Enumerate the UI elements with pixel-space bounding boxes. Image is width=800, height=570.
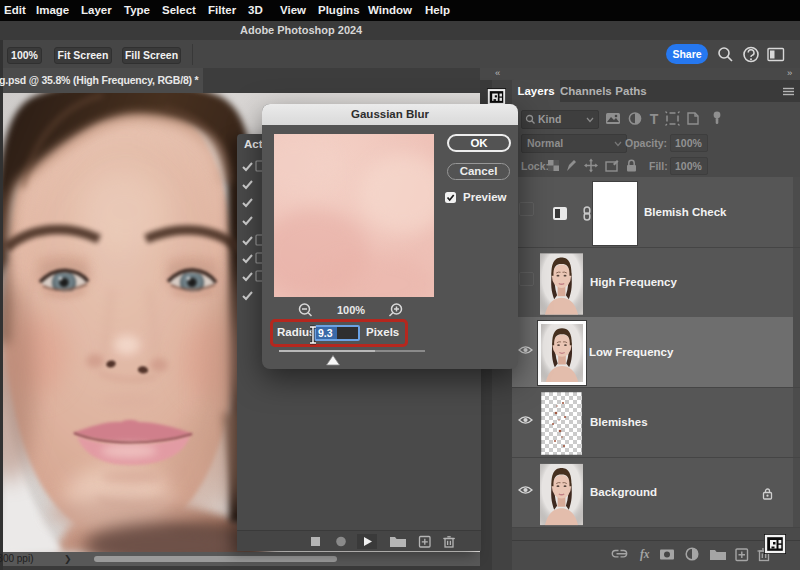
svg-text:T: T xyxy=(650,111,659,127)
svg-text:fx: fx xyxy=(640,548,650,561)
